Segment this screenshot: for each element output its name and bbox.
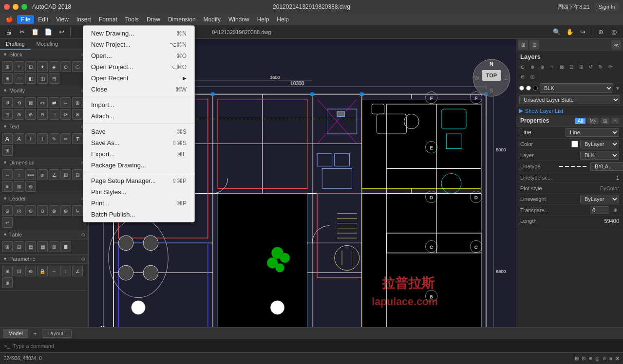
hand-icon-btn[interactable]: ✋ <box>564 26 576 38</box>
command-input[interactable] <box>13 343 619 349</box>
redo-icon-btn[interactable]: ↪ <box>577 26 589 38</box>
maximize-button[interactable] <box>21 4 27 10</box>
modify-tool-7[interactable]: ⊞ <box>72 97 83 108</box>
leader-tool-2[interactable]: ◎ <box>14 205 24 216</box>
menu-modify[interactable]: Modify <box>200 15 225 24</box>
layer-btn-1[interactable]: ⊙ <box>518 62 527 71</box>
prop-layer-select[interactable]: BLK <box>580 151 619 160</box>
prop-tab-icon1[interactable]: ⊞ <box>601 118 609 124</box>
menu-window[interactable]: Window <box>225 15 253 24</box>
dim-tool-1[interactable]: ↔ <box>2 169 13 180</box>
block-tool-12[interactable]: ⊟ <box>49 73 59 84</box>
modify-tool-1[interactable]: ↺ <box>2 97 13 108</box>
copy-icon-btn[interactable]: 📋 <box>29 26 41 38</box>
modify-tool-9[interactable]: ⊛ <box>14 109 24 120</box>
modify-tool-11[interactable]: ⊖ <box>37 109 48 120</box>
menu-close[interactable]: Close ⌘W <box>83 84 194 95</box>
menu-open-project[interactable]: Open Project... ⌥⌘O <box>83 61 194 73</box>
prop-transparency-icon[interactable]: ⊕ <box>611 206 619 214</box>
modify-tool-2[interactable]: ⟲ <box>14 97 24 108</box>
leader-tool-8[interactable]: ↵ <box>2 217 13 228</box>
tab-drafting[interactable]: Drafting <box>0 39 31 50</box>
ortho-icon[interactable]: ⊕ <box>588 356 592 361</box>
menu-save[interactable]: Save ⌘S <box>83 126 194 137</box>
leader-tool-7[interactable]: ↳ <box>72 205 83 216</box>
dim-tool-10[interactable]: ⊛ <box>25 181 36 192</box>
dim-tool-9[interactable]: ⊠ <box>14 181 24 192</box>
prop-lineweight-select[interactable]: ByLayer <box>580 195 619 203</box>
section-leader-header[interactable]: ▼ Leader ⚙ <box>0 194 88 203</box>
section-table-header[interactable]: ▼ Table ⚙ <box>0 230 88 239</box>
param-tool-4[interactable]: 🔒 <box>37 266 48 276</box>
block-tool-4[interactable]: ✦ <box>37 61 48 72</box>
modify-tool-10[interactable]: ⊕ <box>25 109 36 120</box>
snap-icon[interactable]: ⊡ <box>582 356 585 361</box>
polar-icon[interactable]: ◎ <box>595 356 600 361</box>
table-tool-2[interactable]: ⊟ <box>14 241 24 252</box>
prop-color-swatch[interactable] <box>571 141 578 147</box>
text-tool-7[interactable]: Ƭ <box>72 133 83 144</box>
grid-icon[interactable]: ⊞ <box>575 356 579 361</box>
menu-import[interactable]: Import... <box>83 99 194 110</box>
menu-help1[interactable]: Help <box>253 15 273 24</box>
rp-icon-1[interactable]: ⊞ <box>518 40 528 50</box>
tab-modeling[interactable]: Modeling <box>31 39 64 50</box>
modify-tool-4[interactable]: ✂ <box>37 97 48 108</box>
param-tool-7[interactable]: ∠ <box>72 266 83 276</box>
layer-btn-2[interactable]: ⊕ <box>528 62 537 71</box>
menu-tools[interactable]: Tools <box>121 15 143 24</box>
section-parametric-header[interactable]: ▼ Parametric ⚙ <box>0 255 88 264</box>
layer-btn-12[interactable]: ◎ <box>528 72 537 81</box>
modify-tool-6[interactable]: ↔ <box>60 97 71 108</box>
tab-add-button[interactable]: + <box>30 328 40 338</box>
menu-attach[interactable]: Attach... <box>83 110 194 122</box>
param-tool-2[interactable]: ⊡ <box>14 266 24 276</box>
menu-page-setup[interactable]: Page Setup Manager... ⇧⌘P <box>83 175 194 186</box>
menu-draw[interactable]: Draw <box>143 15 164 24</box>
text-tool-2[interactable]: A <box>14 133 24 144</box>
modify-tool-3[interactable]: ⊠ <box>25 97 36 108</box>
menu-save-as[interactable]: Save As... ⇧⌘S <box>83 137 194 148</box>
text-tool-1[interactable]: A <box>2 133 13 144</box>
prop-type-select[interactable]: Line <box>566 128 619 137</box>
prop-linetype-select[interactable]: BYLA... <box>590 162 623 171</box>
layer-btn-9[interactable]: ↻ <box>596 62 605 71</box>
table-tool-5[interactable]: ⊠ <box>49 241 59 252</box>
minimize-button[interactable] <box>13 4 19 10</box>
prop-tab-all[interactable]: All <box>575 118 585 124</box>
block-tool-9[interactable]: ≣ <box>14 73 24 84</box>
menu-apple[interactable]: 🍎 <box>2 15 17 24</box>
table-settings-icon[interactable]: ⚙ <box>81 232 85 237</box>
show-layer-list-button[interactable]: ▶ Show Layer List <box>516 106 623 115</box>
dim-tool-4[interactable]: ⌀ <box>37 169 48 180</box>
block-tool-7[interactable]: ⬡ <box>72 61 83 72</box>
leader-tool-6[interactable]: ⊛ <box>60 205 71 216</box>
osnap-icon[interactable]: ⊙ <box>603 356 606 361</box>
section-block-header[interactable]: ▼ Block ⚙ <box>0 50 88 59</box>
menu-new-drawing[interactable]: New Drawing... ⌘N <box>83 28 194 39</box>
tab-model[interactable]: Model <box>3 329 28 338</box>
layer-name-select[interactable]: BLK <box>540 83 613 93</box>
table-tool-3[interactable]: ▤ <box>25 241 36 252</box>
param-tool-3[interactable]: ⊛ <box>25 266 36 276</box>
layer-state-select[interactable]: Unsaved Layer State <box>519 95 620 104</box>
leader-tool-3[interactable]: ⊕ <box>25 205 36 216</box>
block-tool-5[interactable]: ◈ <box>49 61 59 72</box>
lineweight-icon[interactable]: ≡ <box>609 356 612 361</box>
block-tool-3[interactable]: ⊡ <box>25 61 36 72</box>
layer-btn-3[interactable]: ⊗ <box>538 62 547 71</box>
block-tool-1[interactable]: ⊞ <box>2 61 13 72</box>
close-button[interactable] <box>4 4 10 10</box>
rp-icon-collapse[interactable]: ≪ <box>611 40 621 50</box>
sign-in-button[interactable]: Sign In <box>595 3 619 11</box>
tspace-icon[interactable]: ⊠ <box>615 356 619 361</box>
menu-batch-publish[interactable]: Batch Publish... <box>83 209 194 220</box>
prop-tab-icon2[interactable]: ≡ <box>611 118 619 124</box>
table-tool-1[interactable]: ⊞ <box>2 241 13 252</box>
cut-icon-btn[interactable]: ✂ <box>16 26 28 38</box>
text-tool-8[interactable]: ⊞ <box>2 145 13 156</box>
menu-new-project[interactable]: New Project... ⌥⌘N <box>83 39 194 50</box>
leader-tool-1[interactable]: ⊙ <box>2 205 13 216</box>
orbit-icon-btn[interactable]: ◎ <box>608 26 620 38</box>
text-tool-4[interactable]: Ŧ <box>37 133 48 144</box>
